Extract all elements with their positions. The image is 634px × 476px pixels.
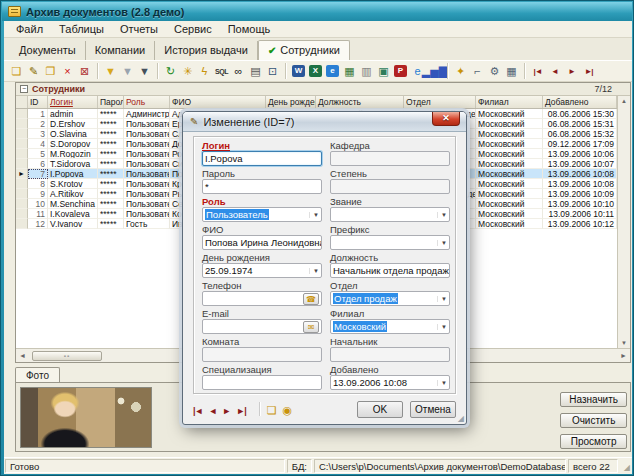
copy-record-icon[interactable]: ❐	[42, 63, 59, 80]
tab-3[interactable]: ✔Сотрудники	[258, 40, 350, 60]
menu-item-3[interactable]: Сервис	[166, 22, 220, 36]
email-input[interactable]: ✉	[202, 319, 322, 334]
relations-icon[interactable]: ⌐	[469, 63, 486, 80]
vertical-scrollbar[interactable]: ▲ ▼	[617, 96, 630, 348]
photo-button-1[interactable]: Очистить	[560, 413, 627, 428]
department-chair-input[interactable]	[330, 151, 450, 166]
column-header-fio[interactable]: ФИО	[170, 96, 266, 108]
column-header-id[interactable]: ID	[28, 96, 48, 108]
sql-icon[interactable]: SQL	[213, 63, 230, 80]
ok-button[interactable]: OK	[357, 401, 403, 418]
properties-icon[interactable]: ⚙	[486, 63, 503, 80]
column-header-password[interactable]: Пароль	[98, 96, 124, 108]
menu-item-2[interactable]: Отчеты	[112, 22, 166, 36]
new-record-icon[interactable]: ❏	[8, 63, 25, 80]
column-header-position[interactable]: Должность	[316, 96, 404, 108]
manager-input[interactable]	[330, 347, 450, 362]
column-header-birthday[interactable]: День рождения	[266, 96, 316, 108]
rank-combobox[interactable]: ▼	[330, 207, 450, 222]
dialog-titlebar[interactable]: ✎ Изменение (ID=7)	[183, 112, 466, 132]
dropdown-arrow-icon[interactable]: ▼	[437, 296, 447, 302]
next-record-icon[interactable]: ►	[563, 63, 580, 80]
delete-all-records-icon[interactable]: ⊠	[76, 63, 93, 80]
scroll-up-icon[interactable]: ▲	[621, 98, 627, 104]
dropdown-arrow-icon[interactable]: ▼	[437, 380, 447, 386]
remove-filter-icon[interactable]: ▼	[119, 63, 136, 80]
menu-item-1[interactable]: Таблицы	[51, 22, 112, 36]
role-combobox[interactable]: Пользователь▼	[202, 207, 322, 222]
department-combobox[interactable]: Отдел продаж▼	[330, 291, 450, 306]
dialog-resize-grip[interactable]: ◢	[458, 414, 464, 423]
prefix-combobox[interactable]: ▼	[330, 235, 450, 250]
specialization-input[interactable]	[202, 375, 322, 390]
dialog-prev-record-icon[interactable]: ◄	[208, 406, 216, 416]
password-input[interactable]: *	[202, 179, 322, 194]
dropdown-arrow-icon[interactable]: ▼	[437, 324, 447, 330]
last-record-icon[interactable]: ►|	[580, 63, 597, 80]
photo-button-0[interactable]: Назначить	[560, 392, 627, 407]
phone-icon[interactable]: ☎	[303, 293, 319, 305]
scroll-down-icon[interactable]: ▼	[621, 340, 627, 346]
tab-1[interactable]: Компании	[86, 41, 156, 60]
column-header-added[interactable]: Добавлено	[543, 96, 617, 108]
disable-filter-icon[interactable]: ▼	[136, 63, 153, 80]
dropdown-arrow-icon[interactable]: ▼	[437, 240, 447, 246]
room-input[interactable]	[202, 347, 322, 362]
cancel-button[interactable]: Отмена	[410, 401, 456, 418]
grid-settings-icon[interactable]: ▦	[503, 63, 520, 80]
dialog-next-record-icon[interactable]: ►	[222, 406, 230, 416]
chart-icon[interactable]: ▂▅▇	[426, 63, 443, 80]
scroll-left-icon[interactable]: ◄	[16, 352, 29, 359]
web-icon[interactable]: ◉	[283, 404, 293, 416]
column-header-role[interactable]: Роль	[124, 96, 170, 108]
key-icon[interactable]: ✳	[179, 63, 196, 80]
edit-record-icon[interactable]: ✎	[25, 63, 42, 80]
dialog-last-record-icon[interactable]: ►|	[236, 406, 245, 416]
resize-grip[interactable]: ◢	[619, 458, 632, 474]
filter-icon[interactable]: ▼	[102, 63, 119, 80]
fio-input[interactable]: Попова Ирина Леонидовна	[202, 235, 322, 250]
preview-icon[interactable]: ⊡	[264, 63, 281, 80]
refresh-icon[interactable]: ↻	[162, 63, 179, 80]
print-icon[interactable]: ▤	[247, 63, 264, 80]
column-header-login[interactable]: Логин	[48, 96, 98, 108]
collapse-icon[interactable]: −	[20, 85, 28, 93]
column-header-branch[interactable]: Филиал	[476, 96, 543, 108]
degree-input[interactable]	[330, 179, 450, 194]
menu-item-0[interactable]: Файл	[8, 22, 51, 36]
export-html-icon[interactable]: e	[324, 63, 341, 80]
dropdown-arrow-icon[interactable]: ▼	[309, 212, 319, 218]
photo-button-2[interactable]: Просмотр	[560, 434, 627, 449]
templates-icon[interactable]: ❏	[267, 404, 277, 416]
export-image-icon[interactable]: ▣	[375, 63, 392, 80]
added-combobox[interactable]: 13.09.2006 10:08▼	[330, 375, 450, 390]
export-pdf-icon[interactable]: P	[392, 63, 409, 80]
mail-icon[interactable]: ✉	[303, 321, 319, 333]
scroll-right-icon[interactable]: ►	[617, 352, 630, 359]
find-icon[interactable]: ∞	[230, 63, 247, 80]
dropdown-arrow-icon[interactable]: ▼	[309, 268, 319, 274]
tab-photo[interactable]: Фото	[15, 367, 60, 382]
login-input[interactable]: I.Popova	[202, 151, 322, 166]
close-icon[interactable]: ✕	[432, 112, 460, 126]
branch-combobox[interactable]: Московский▼	[330, 319, 450, 334]
export-word-icon[interactable]: W	[290, 63, 307, 80]
first-record-icon[interactable]: |◄	[529, 63, 546, 80]
export-text-icon[interactable]: ▥	[358, 63, 375, 80]
dialog-first-record-icon[interactable]: |◄	[193, 406, 202, 416]
prev-record-icon[interactable]: ◄	[546, 63, 563, 80]
phone-input[interactable]: ☎	[202, 291, 322, 306]
column-header-department[interactable]: Отдел	[404, 96, 476, 108]
window-titlebar[interactable]: Архив документов (2.8 демо)	[2, 2, 632, 21]
birthday-combobox[interactable]: 25.09.1974▼	[202, 263, 322, 278]
attachments-icon[interactable]: ✦	[452, 63, 469, 80]
delete-record-icon[interactable]: ×	[59, 63, 76, 80]
menu-item-4[interactable]: Помощь	[220, 22, 279, 36]
position-input[interactable]: Начальник отдела продаж	[330, 263, 450, 278]
tab-0[interactable]: Документы	[10, 41, 86, 60]
scrollbar-thumb[interactable]: ▪▪	[32, 351, 102, 361]
export-ods-icon[interactable]: ▦	[341, 63, 358, 80]
export-excel-icon[interactable]: X	[307, 63, 324, 80]
filter-by-selection-icon[interactable]: ϟ	[196, 63, 213, 80]
dropdown-arrow-icon[interactable]: ▼	[437, 212, 447, 218]
